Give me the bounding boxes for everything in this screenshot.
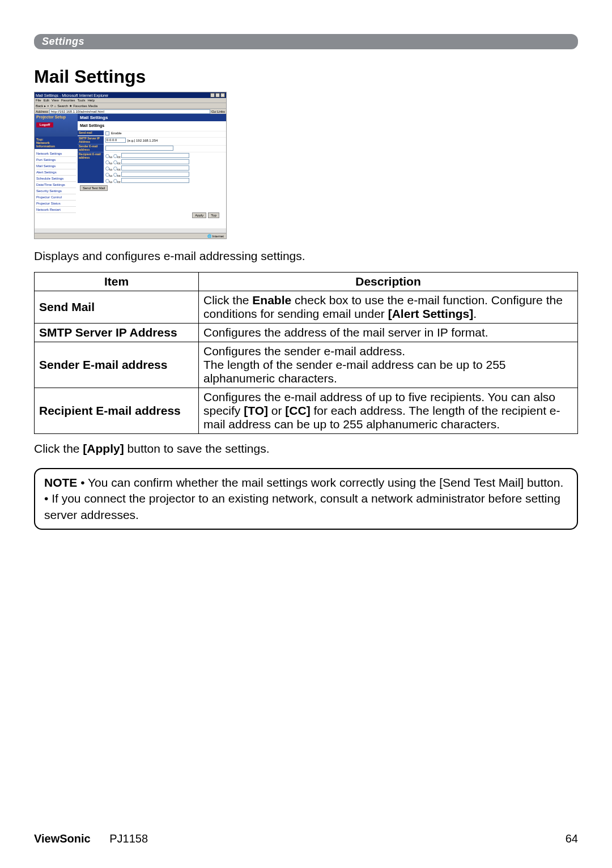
r3-cc: [113, 167, 117, 171]
nav-mail-settings: Mail Settings: [36, 163, 76, 169]
note-line2: • If you connect the projector to an exi…: [44, 492, 560, 521]
smtp-example: [e.g.] 192.168.1.254: [128, 139, 158, 142]
r4-cc-lbl: cc: [117, 174, 121, 177]
r4-to-lbl: to: [109, 174, 112, 177]
note-line1: • You can confirm whether the mail setti…: [77, 476, 563, 489]
note-box: NOTE • You can confirm whether the mail …: [34, 468, 578, 530]
screenshot-window-controls: _ □ ×: [210, 93, 225, 97]
nav-network-settings: Network Settings: [36, 151, 76, 157]
apply-top-group: Apply Top: [192, 212, 219, 218]
smtp-input: 0.0.0.0: [105, 138, 126, 143]
screenshot-toolbar: Back ▸ × ⟳ ⌂ Search ★ Favorites Media: [35, 103, 226, 108]
nav-schedule-settings: Schedule Settings: [36, 176, 76, 182]
r3-to-lbl: to: [109, 168, 112, 171]
item-recipient: Recipient E-mail address: [35, 388, 199, 434]
caption-text: Displays and configures e-mail addressin…: [34, 249, 578, 263]
address-label: Address: [36, 110, 48, 113]
lbl-sender: Sender E-mail address: [78, 144, 104, 152]
r2-input: [121, 159, 189, 164]
r4-input: [121, 172, 189, 177]
r2-to-lbl: to: [109, 161, 112, 165]
send-test-mail-button: Send Test Mail: [80, 185, 108, 191]
screenshot-window-title: Mail Settings - Microsoft Internet Explo…: [36, 93, 108, 97]
r5-to: [105, 179, 109, 183]
after-table-text: Click the [Apply] button to save the set…: [34, 442, 578, 456]
toolbar-media: Media: [88, 104, 97, 108]
nav-datetime-settings: Date/Time Settings: [36, 182, 76, 188]
r5-cc: [113, 179, 117, 183]
enable-label: Enable: [111, 131, 122, 135]
main-subtitle: Mail Settings: [78, 121, 226, 130]
r1-to: [105, 154, 109, 158]
nav-security-settings: Security Settings: [36, 188, 76, 194]
th-desc: Description: [199, 273, 578, 291]
minimize-icon: _: [210, 93, 215, 97]
r3-input: [121, 165, 189, 171]
sidebar-nav: Network Settings Port Settings Mail Sett…: [35, 149, 78, 215]
menu-tools: Tools: [78, 99, 86, 102]
settings-section-label: Settings: [42, 36, 84, 47]
enable-checkbox: [105, 131, 109, 135]
r1-cc-lbl: cc: [117, 155, 121, 159]
top-button: Top: [208, 212, 219, 218]
maximize-icon: □: [215, 93, 220, 97]
r2-cc-lbl: cc: [117, 161, 121, 165]
links-label: Links: [217, 110, 225, 113]
menu-view: View: [52, 99, 59, 102]
sidebar-info-label: Information: [36, 144, 76, 148]
r1-cc: [113, 154, 117, 158]
screenshot-menubar: File Edit View Favorites Tools Help: [35, 98, 226, 103]
r2-cc: [113, 160, 117, 164]
table-row: Recipient E-mail address Configures the …: [35, 388, 578, 434]
lbl-send-mail: Send mail: [78, 130, 104, 135]
lbl-smtp: SMTP Server IP Address: [78, 136, 104, 144]
screenshot-sidebar: Projector Setup Logoff Top: Network Info…: [35, 114, 78, 228]
toolbar-back: Back: [36, 104, 43, 108]
note-label: NOTE: [44, 476, 77, 489]
nav-network-restart: Network Restart: [36, 207, 76, 213]
table-row: SMTP Server IP Address Configures the ad…: [35, 324, 578, 342]
close-icon: ×: [220, 93, 225, 97]
description-table: Item Description Send Mail Click the Ena…: [34, 272, 578, 434]
toolbar-favorites: Favorites: [73, 104, 87, 108]
page-footer: ViewSonic PJ1158 64: [34, 832, 578, 845]
r3-to: [105, 167, 109, 171]
go-button: Go: [211, 110, 216, 113]
sender-input: [105, 146, 173, 151]
table-row: Send Mail Click the Enable check box to …: [35, 291, 578, 324]
desc-send-mail: Click the Enable check box to use the e-…: [199, 291, 578, 324]
screenshot-addressbar: Address http://192.168.1.10/admin/mail.h…: [35, 108, 226, 114]
settings-section-bar: Settings: [34, 34, 578, 49]
logoff-button: Logoff: [36, 122, 53, 127]
globe-icon: 🌐: [207, 234, 211, 238]
sidebar-brand: Projector Setup: [36, 115, 66, 119]
menu-file: File: [36, 99, 41, 102]
desc-smtp: Configures the address of the mail serve…: [199, 324, 578, 342]
r2-to: [105, 160, 109, 164]
nav-projector-control: Projector Control: [36, 194, 76, 201]
r3-cc-lbl: cc: [117, 168, 121, 171]
r4-cc: [113, 173, 117, 177]
apply-button: Apply: [192, 212, 206, 218]
nav-alert-settings: Alert Settings: [36, 169, 76, 176]
screenshot-titlebar: Mail Settings - Microsoft Internet Explo…: [35, 92, 226, 98]
footer-page: 64: [566, 832, 578, 845]
desc-recipient: Configures the e-mail address of up to f…: [199, 388, 578, 434]
r4-to: [105, 173, 109, 177]
r1-input: [121, 153, 189, 158]
screenshot-main: Mail Settings Mail Settings Send mail En…: [78, 114, 226, 228]
screenshot-statusbar: 🌐 Internet: [35, 233, 226, 239]
toolbar-search: Search: [57, 104, 68, 108]
r1-to-lbl: to: [109, 155, 112, 159]
item-smtp: SMTP Server IP Address: [35, 324, 199, 342]
nav-projector-status: Projector Status: [36, 201, 76, 207]
th-item: Item: [35, 273, 199, 291]
desc-sender: Configures the sender e-mail address.The…: [199, 342, 578, 388]
menu-edit: Edit: [44, 99, 49, 102]
footer-brand: ViewSonic: [34, 832, 91, 845]
nav-port-settings: Port Settings: [36, 157, 76, 163]
address-url: http://192.168.1.10/admin/mail.html: [49, 109, 210, 114]
menu-favorites: Favorites: [61, 99, 75, 102]
menu-help: Help: [88, 99, 95, 102]
screenshot-figure: Mail Settings - Microsoft Internet Explo…: [34, 92, 227, 239]
